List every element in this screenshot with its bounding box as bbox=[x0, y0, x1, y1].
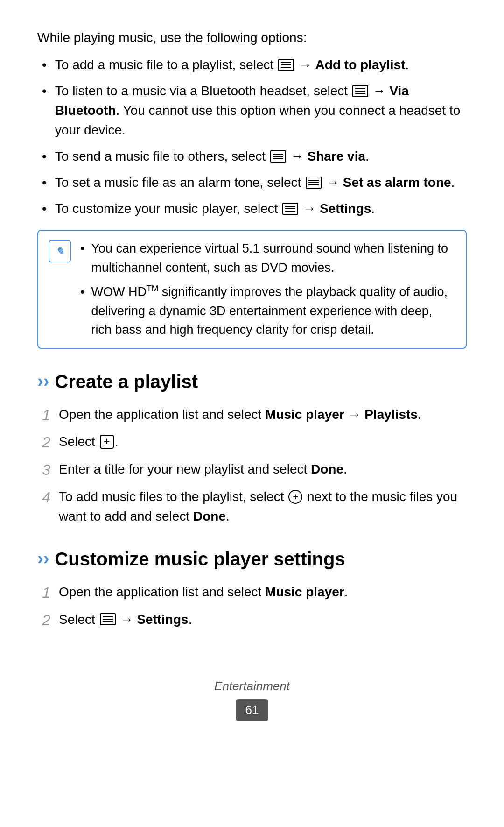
section-title: Create a playlist bbox=[55, 368, 198, 396]
step-content: Enter a title for your new playlist and … bbox=[59, 459, 347, 479]
note-item: WOW HDTM significantly improves the play… bbox=[80, 283, 455, 339]
footer-page-number: 61 bbox=[236, 699, 268, 721]
step-content: Open the application list and select Mus… bbox=[59, 405, 421, 424]
create-playlist-steps: 1 Open the application list and select M… bbox=[37, 405, 467, 526]
menu-icon bbox=[270, 150, 286, 163]
menu-icon bbox=[352, 85, 368, 97]
customize-steps: 1 Open the application list and select M… bbox=[37, 582, 467, 631]
note-icon: ✎ bbox=[49, 240, 71, 262]
step-content: To add music files to the playlist, sele… bbox=[59, 487, 467, 526]
step-bold: Music player bbox=[265, 585, 344, 599]
step-bold: Settings bbox=[137, 612, 188, 627]
option-label: Share via bbox=[307, 149, 365, 163]
list-item: To send a music file to others, select →… bbox=[37, 147, 467, 166]
menu-icon bbox=[278, 59, 294, 71]
note-box: ✎ You can experience virtual 5.1 surroun… bbox=[37, 230, 467, 349]
note-text: You can experience virtual 5.1 surround … bbox=[91, 239, 455, 277]
list-item: To customize your music player, select →… bbox=[37, 199, 467, 219]
step-number: 1 bbox=[37, 405, 50, 426]
step-bold: Done bbox=[311, 462, 343, 476]
option-label: Settings bbox=[320, 201, 371, 216]
menu-icon bbox=[282, 203, 298, 215]
footer-category: Entertainment bbox=[37, 677, 467, 695]
step-content: Open the application list and select Mus… bbox=[59, 582, 348, 602]
option-label: Set as alarm tone bbox=[343, 175, 451, 190]
step-number: 2 bbox=[37, 432, 50, 453]
option-label: Add to playlist bbox=[315, 57, 406, 72]
note-text: WOW HDTM significantly improves the play… bbox=[91, 283, 455, 339]
options-list: To add a music file to a playlist, selec… bbox=[37, 55, 467, 219]
step-number: 1 bbox=[37, 582, 50, 603]
step-content: Select → Settings. bbox=[59, 610, 192, 629]
step-item: 1 Open the application list and select M… bbox=[37, 405, 467, 426]
section-heading-create-playlist: ›› Create a playlist bbox=[37, 368, 467, 396]
menu-icon bbox=[306, 177, 322, 189]
step-item: 4 To add music files to the playlist, se… bbox=[37, 487, 467, 526]
chevron-icon: ›› bbox=[37, 368, 49, 395]
list-item: To add a music file to a playlist, selec… bbox=[37, 55, 467, 75]
step-item: 1 Open the application list and select M… bbox=[37, 582, 467, 603]
step-bold: Playlists bbox=[364, 407, 418, 422]
circle-plus-icon bbox=[288, 490, 302, 504]
step-item: 2 Select → Settings. bbox=[37, 610, 467, 631]
plus-icon bbox=[100, 435, 114, 449]
section-heading-customize: ›› Customize music player settings bbox=[37, 545, 467, 573]
list-item: To set a music file as an alarm tone, se… bbox=[37, 173, 467, 192]
step-content: Select . bbox=[59, 432, 118, 452]
step-number: 4 bbox=[37, 487, 50, 508]
option-share: To send a music file to others, select →… bbox=[55, 147, 467, 166]
step-bold: Music player bbox=[265, 407, 344, 422]
step-item: 3 Enter a title for your new playlist an… bbox=[37, 459, 467, 481]
option-alarm: To set a music file as an alarm tone, se… bbox=[55, 173, 467, 192]
chevron-icon: ›› bbox=[37, 545, 49, 572]
step-item: 2 Select . bbox=[37, 432, 467, 453]
option-add-playlist: To add a music file to a playlist, selec… bbox=[55, 55, 467, 75]
step-number: 2 bbox=[37, 610, 50, 631]
step-bold: Done bbox=[193, 509, 226, 523]
section-title: Customize music player settings bbox=[55, 545, 345, 573]
list-item: To listen to a music via a Bluetooth hea… bbox=[37, 81, 467, 140]
note-item: You can experience virtual 5.1 surround … bbox=[80, 239, 455, 277]
option-settings: To customize your music player, select →… bbox=[55, 199, 467, 219]
step-number: 3 bbox=[37, 459, 50, 481]
intro-text: While playing music, use the following o… bbox=[37, 28, 467, 48]
note-content: You can experience virtual 5.1 surround … bbox=[80, 239, 455, 339]
option-bluetooth: To listen to a music via a Bluetooth hea… bbox=[55, 81, 467, 140]
menu-icon bbox=[100, 613, 116, 625]
footer: Entertainment 61 bbox=[37, 668, 467, 721]
